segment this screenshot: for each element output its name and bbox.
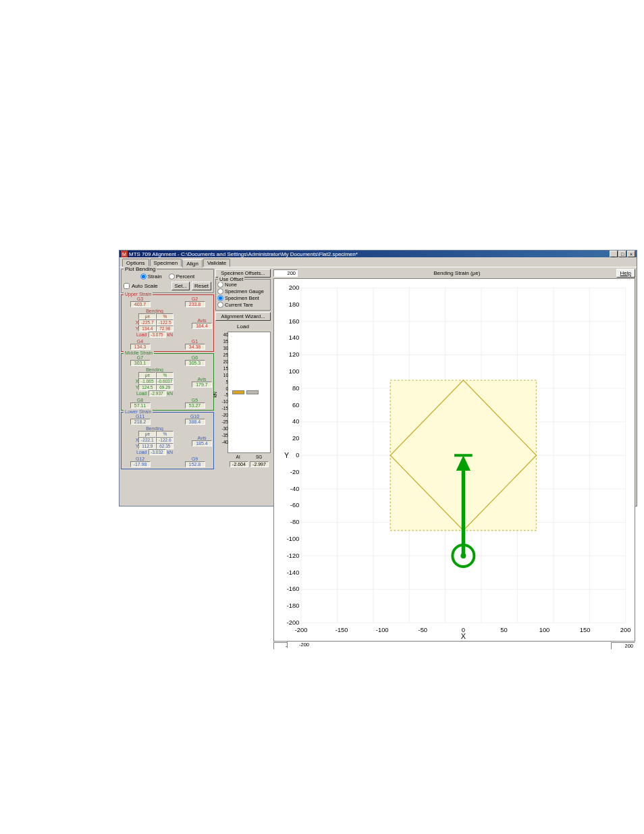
chart-title: Bending Strain (μe) xyxy=(300,270,614,276)
upper-bending-label: Bending xyxy=(136,309,174,313)
middle-avis-label: Avis xyxy=(197,377,206,382)
svg-text:200: 200 xyxy=(289,284,300,291)
tabstrip: Options Specimen Align Validate xyxy=(119,257,637,267)
upper-y-pct: 72.98 xyxy=(156,325,173,332)
svg-text:-100: -100 xyxy=(376,627,389,633)
g3-value: 403.7 xyxy=(130,301,151,307)
svg-text:200: 200 xyxy=(620,627,631,633)
svg-point-27 xyxy=(460,553,466,558)
svg-text:-200: -200 xyxy=(287,619,300,626)
x-axis-label: X xyxy=(461,632,466,640)
y-axis-label: Y xyxy=(284,451,289,459)
g3-label: G3 xyxy=(137,296,143,301)
radio-strain[interactable]: Strain xyxy=(140,273,162,280)
g11-value: 218.2 xyxy=(130,419,151,425)
g12-value: -17.98 xyxy=(130,461,151,467)
middle-y-ue: 124.5 xyxy=(138,384,156,390)
offset-current-tare[interactable]: Current Tare xyxy=(217,302,269,308)
svg-text:-120: -120 xyxy=(287,552,300,559)
alignment-wizard-button[interactable]: Alignment Wizard... xyxy=(215,312,271,321)
g1-value: 34.38 xyxy=(185,344,205,350)
svg-text:-180: -180 xyxy=(287,602,300,609)
g11-label: G11 xyxy=(136,414,144,419)
load-y-axis: 4035302520151050-5-10-15-20-25-30-35-40 xyxy=(216,332,228,444)
svg-text:-50: -50 xyxy=(419,627,428,633)
g12-label: G12 xyxy=(136,457,144,461)
svg-text:-60: -60 xyxy=(290,502,300,509)
close-button[interactable]: × xyxy=(627,251,635,257)
use-offset-legend: Use Offset xyxy=(218,276,244,282)
offset-specimen-gauge[interactable]: Specimen Gauge xyxy=(217,288,269,294)
svg-text:-20: -20 xyxy=(290,469,300,475)
load-chart-label: Load xyxy=(215,323,271,330)
svg-text:-80: -80 xyxy=(290,519,300,525)
load-bar-ai xyxy=(232,390,244,394)
g6-value: 305.3 xyxy=(185,360,205,366)
tab-validate[interactable]: Validate xyxy=(203,259,230,267)
help-button[interactable]: Help xyxy=(616,269,635,278)
window-title: MTS 709 Alignment - C:\Documents and Set… xyxy=(129,251,358,257)
g9-label: G9 xyxy=(192,457,198,461)
svg-text:-200: -200 xyxy=(295,627,308,633)
lower-x-ue: -222.1 xyxy=(138,437,156,443)
svg-text:-150: -150 xyxy=(336,627,348,633)
maximize-button[interactable]: □ xyxy=(618,251,626,257)
kn-label: kN xyxy=(213,392,217,398)
g1-label: G1 xyxy=(192,339,198,344)
g5-label: G5 xyxy=(192,398,198,402)
svg-text:-40: -40 xyxy=(290,486,300,492)
y-top-box[interactable]: 200 xyxy=(273,269,298,277)
middle-x-pct: -0.6037 xyxy=(156,378,173,384)
lower-y-pct: 62.35 xyxy=(156,443,173,449)
middle-x-ue: -1.065 xyxy=(138,378,156,384)
minimize-button[interactable]: _ xyxy=(610,251,618,257)
middle-load-value: -2.937 xyxy=(149,390,166,396)
svg-text:120: 120 xyxy=(289,351,300,358)
g4-label: G4 xyxy=(137,339,143,344)
plot-bending-legend: Plot Bending xyxy=(124,266,157,272)
g5-value: 53.27 xyxy=(185,402,205,409)
g7-label: G7 xyxy=(137,355,143,360)
svg-text:0: 0 xyxy=(296,452,299,459)
g8-value: 57.11 xyxy=(130,402,151,409)
g6-label: G6 xyxy=(192,355,198,360)
middle-strain-legend: Middle Strain xyxy=(124,350,154,355)
g7-value: 303.1 xyxy=(130,360,151,366)
lower-x-pct: -122.6 xyxy=(156,437,173,443)
svg-text:-100: -100 xyxy=(287,536,300,542)
g2-value: 233.8 xyxy=(185,301,205,307)
xaxis-sg: SG xyxy=(256,454,262,459)
upper-y-ue: 134.4 xyxy=(138,325,156,332)
svg-text:100: 100 xyxy=(539,627,550,633)
upper-strain-legend: Upper Strain xyxy=(124,292,153,296)
use-offset-group: Use Offset None Specimen Gauge Specimen … xyxy=(215,279,271,311)
svg-text:160: 160 xyxy=(289,318,300,325)
middle-y-pct: 69.29 xyxy=(156,384,173,390)
lower-avis-value: 185.4 xyxy=(192,440,212,446)
svg-text:20: 20 xyxy=(292,435,299,442)
set-button[interactable]: Set... xyxy=(171,282,190,290)
offset-specimen-bent[interactable]: Specimen Bent xyxy=(217,295,269,301)
load-bar-sg xyxy=(246,390,259,394)
reset-button[interactable]: Reset xyxy=(192,282,211,290)
middle-column: Specimen Offsets... Use Offset None Spec… xyxy=(214,269,272,648)
svg-text:150: 150 xyxy=(580,627,591,633)
left-column: Plot Bending Strain Percent Auto Scale S… xyxy=(121,269,214,648)
lower-strain-legend: Lower Strain xyxy=(124,409,153,414)
app-icon: M xyxy=(121,251,128,257)
bending-strain-chart[interactable]: 200180160140120100806040200-20-40-60-80-… xyxy=(273,278,635,642)
auto-scale-checkbox[interactable] xyxy=(124,283,130,289)
upper-avis-value: 184.4 xyxy=(192,323,212,329)
svg-text:-160: -160 xyxy=(287,585,300,592)
radio-percent[interactable]: Percent xyxy=(169,273,195,280)
plot-bending-group: Plot Bending Strain Percent Auto Scale S… xyxy=(121,269,214,293)
g2-label: G2 xyxy=(192,296,198,301)
upper-x-pct: -122.5 xyxy=(156,319,173,325)
middle-strain-group: Middle Strain G7303.1 G6305.3 Bending μe… xyxy=(121,353,214,411)
tab-align[interactable]: Align xyxy=(182,259,203,267)
lower-strain-group: Lower Strain G11218.2 G10388.4 Bending μ… xyxy=(121,412,214,469)
offset-none[interactable]: None xyxy=(217,282,269,288)
lower-load-value: -3.032 xyxy=(149,449,166,455)
content: Plot Bending Strain Percent Auto Scale S… xyxy=(119,267,637,650)
g4-value: 134.3 xyxy=(130,344,151,350)
